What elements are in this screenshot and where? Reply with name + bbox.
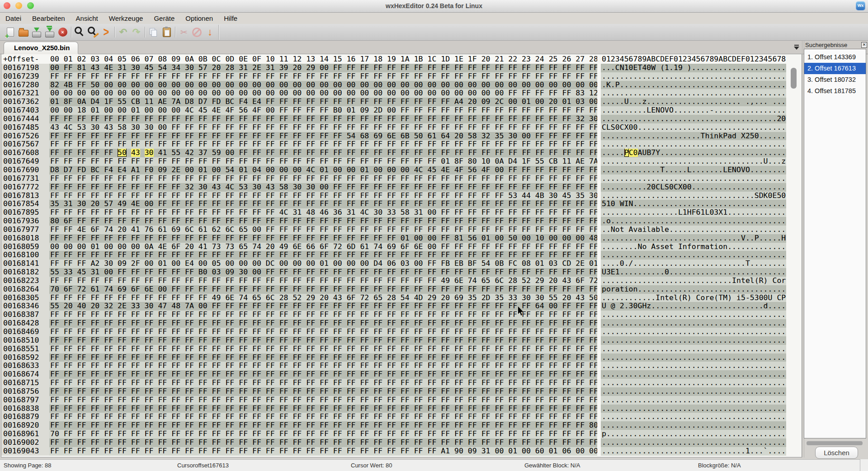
hex-bytes[interactable]: 80 6F FF FF FF FF FF FF FF FF FF FF FF F… <box>49 217 597 226</box>
hex-bytes[interactable]: FF FF FF FF FF FF FF FF FF FF FF FF FF F… <box>49 234 597 243</box>
ascii-text[interactable]: 510 WIN.................................… <box>601 200 786 208</box>
hex-bytes[interactable]: FF FF FF FF FF FF FF FF FF FF FF FF FF F… <box>49 328 597 336</box>
hex-bytes[interactable]: 00 00 18 01 00 00 01 00 00 00 4C 45 4E 4… <box>49 106 597 115</box>
hex-bytes[interactable]: FF FF FF FF FF FF FF FF FF FF FF FF FF F… <box>49 447 597 456</box>
hex-bytes[interactable]: FF FF FF FF FF FF FF FF FF FF FF FF FF F… <box>49 140 597 149</box>
ascii-text[interactable]: .............T.....L.......LENOVO.......… <box>601 166 786 174</box>
hex-bytes[interactable]: FF FF FF FF FF FF FF FF FF FF FF FF FF F… <box>49 405 597 413</box>
hex-bytes[interactable]: FF FF FF FF FF FF FF FF FF FF FF FF FF F… <box>49 362 597 370</box>
ascii-text[interactable]: ........................................… <box>601 345 786 353</box>
ascii-text[interactable]: ........................................… <box>601 72 786 81</box>
ascii-text[interactable]: ...............................V..P.....… <box>601 234 786 243</box>
hex-bytes[interactable]: 00 00 00 01 00 00 00 0A 4E 6F 20 41 73 7… <box>49 243 597 251</box>
hex-bytes[interactable]: FF FF FF FF FF FF FF FF FF FF FF FF FF F… <box>49 353 597 362</box>
hex-bytes[interactable]: 70 FF FF FF FF FF FF FF FF FF FF FF FF F… <box>49 430 597 438</box>
tab-lenovo-x250-bin[interactable]: Lenovo_X250.bin <box>4 42 78 54</box>
hex-bytes[interactable]: 00 FF 81 43 4E 31 30 45 54 34 30 57 20 2… <box>49 64 597 72</box>
ascii-text[interactable]: ........................................… <box>601 370 786 379</box>
ascii-text[interactable]: poration................................… <box>601 285 786 294</box>
open-file-button[interactable] <box>17 25 30 39</box>
hex-bytes[interactable]: FF FF 4E 6F 74 20 41 76 61 69 6C 61 62 6… <box>49 226 597 234</box>
vertical-scrollbar-thumb[interactable] <box>791 68 797 89</box>
ascii-text[interactable]: .....PC0AUB7Y...........................… <box>601 149 786 157</box>
ascii-text[interactable]: ........................................… <box>601 396 786 405</box>
ascii-text[interactable]: ........................................… <box>601 336 786 345</box>
new-file-button[interactable]: + <box>4 25 17 39</box>
ascii-text[interactable]: ........................................… <box>601 387 786 396</box>
search-result-item[interactable]: 4. Offset 181785 <box>804 85 866 97</box>
undo-button[interactable]: ↶ <box>117 25 130 39</box>
hex-bytes[interactable]: 70 6F 72 61 74 69 6F 6E 00 FF FF FF FF F… <box>49 285 597 294</box>
ascii-text[interactable]: .......................................2… <box>601 115 786 123</box>
ascii-text[interactable]: ........................................… <box>601 353 786 362</box>
hex-bytes[interactable]: FF FF FF FF FF FF FF FF FF FF FF FF FF F… <box>49 157 597 166</box>
copy-button[interactable] <box>147 25 160 39</box>
ascii-text[interactable]: ......................ThinkPad X250.....… <box>601 132 786 141</box>
hex-bytes[interactable]: FF FF FF FF FF FF FF FF FF FF FF FF FF F… <box>49 311 597 319</box>
ascii-text[interactable]: ..........20CLS0CX00....................… <box>601 183 786 192</box>
close-panel-icon[interactable]: ✕ <box>861 42 867 48</box>
ascii-text[interactable]: ........................................… <box>601 421 786 430</box>
menu-optionen[interactable]: Optionen <box>180 13 218 24</box>
ascii-text[interactable]: ....0./.........................T.......… <box>601 259 786 268</box>
ascii-text[interactable]: ............Intel(R) Core(TM) i5-5300U C… <box>601 294 786 302</box>
clear-results-button[interactable]: Löschen <box>815 447 858 459</box>
hex-bytes[interactable]: FF FF FF FF FF FF FF FF FF FF FF FF FF F… <box>49 277 597 285</box>
ascii-text[interactable]: U @ 2.30GHz.........................d...… <box>601 302 786 311</box>
hex-bytes[interactable]: FF FF FF FF FF FF FF FF FF FF FF FF FF F… <box>49 396 597 405</box>
ascii-text[interactable]: ........................................… <box>601 405 786 413</box>
hex-bytes[interactable]: 00 00 00 00 00 00 00 00 00 00 00 00 00 0… <box>49 89 597 98</box>
ascii-text[interactable]: ........................................… <box>601 174 786 183</box>
hex-bytes[interactable]: 82 4B FF 50 00 00 00 00 00 00 00 00 00 0… <box>49 81 597 89</box>
ascii-text[interactable]: ..Not Available.........................… <box>601 226 786 234</box>
ascii-text[interactable]: .............................Intel(R) Co… <box>601 277 786 285</box>
hex-bytes[interactable]: 55 20 40 20 32 2E 33 30 47 48 7A 00 FF F… <box>49 302 597 311</box>
ascii-text[interactable]: ........................................… <box>601 328 786 336</box>
ascii-text[interactable]: ........................................… <box>601 379 786 387</box>
cut-button[interactable]: ✂ <box>177 25 190 39</box>
hex-bytes[interactable]: FF FF FF FF FF FF FF FF FF FF FF FF FF F… <box>49 208 597 217</box>
hex-bytes[interactable]: FF FF FF FF FF FF FF FF FF FF FF FF FF F… <box>49 421 597 430</box>
ascii-text[interactable]: ..........LENOVO........-...............… <box>601 106 786 115</box>
search-result-item[interactable]: 1. Offset 143369 <box>804 52 866 63</box>
find-replace-button[interactable] <box>86 25 99 39</box>
hex-bytes[interactable]: FF FF FF FF FF FF FF FF FF FF FF FF FF F… <box>49 72 597 81</box>
hex-bytes[interactable]: FF FF FF FF FF FF FF FF FF FF FF FF FF F… <box>49 336 597 345</box>
menu-geraete[interactable]: Geräte <box>148 13 180 24</box>
hex-bytes[interactable]: 01 8F 0A D4 1F 55 CB 11 AE 7A D8 D7 FD B… <box>49 98 597 106</box>
hex-bytes[interactable]: 55 33 45 31 00 FF FF FF FF FF FF B0 03 0… <box>49 268 597 277</box>
hex-bytes[interactable]: FF FF FF FF FF FF FF FF FF FF FF FF FF F… <box>49 174 597 183</box>
hex-bytes[interactable]: FF FF FF FF FF FF FF FF FF FF 32 30 43 4… <box>49 183 597 192</box>
hex-bytes[interactable]: FF FF FF FF FF FF FF FF FF FF FF FF FF F… <box>49 379 597 387</box>
ascii-text[interactable]: p.......................................… <box>601 430 786 438</box>
hex-bytes[interactable]: FF FF FF FF FF FF FF FF FF FF FF FF FF F… <box>49 192 597 200</box>
hex-bytes[interactable]: FF FF FF FF FF FF FF FF FF FF FF FF FF F… <box>49 438 597 447</box>
hex-bytes[interactable]: FF FF FF FF FF FF FF FF FF FF FF FF 49 6… <box>49 294 597 302</box>
horizontal-scrollbar-thumb[interactable] <box>807 441 863 445</box>
ascii-text[interactable]: .K.P....................................… <box>601 81 786 89</box>
menu-werkzeuge[interactable]: Werkzeuge <box>104 13 149 24</box>
hex-bytes[interactable]: FF FF FF A2 30 09 2F 00 01 00 E4 00 05 0… <box>49 259 597 268</box>
goto-offset-button[interactable]: > <box>99 25 113 39</box>
ascii-text[interactable]: ................................1...`...… <box>601 447 786 456</box>
ascii-text[interactable]: ........................................… <box>601 251 786 259</box>
ascii-text[interactable]: ........................................… <box>601 413 786 421</box>
ascii-text[interactable]: ....................................U...… <box>601 157 786 166</box>
menu-datei[interactable]: Datei <box>0 13 27 24</box>
find-button[interactable] <box>73 25 86 39</box>
close-file-button[interactable]: × <box>56 25 69 39</box>
jump-down-button[interactable]: ↓ <box>203 25 217 39</box>
ascii-text[interactable]: ........................................… <box>601 311 786 319</box>
hex-bytes[interactable]: FF FF FF FF FF FF FF FF FF FF FF FF FF F… <box>49 319 597 328</box>
hex-bytes[interactable]: 43 4C 53 30 43 58 30 30 00 FF FF FF FF F… <box>49 123 597 132</box>
ascii-text[interactable]: U3E1..........0.........................… <box>601 268 786 277</box>
abort-button[interactable] <box>190 25 203 39</box>
hex-bytes[interactable]: D8 D7 FD BC F4 E4 A1 F0 09 2E 00 01 00 5… <box>49 166 597 174</box>
ascii-text[interactable]: CLS0CX00................................… <box>601 123 786 132</box>
hex-bytes[interactable]: FF FF FF FF FF FF FF FF FF FF FF FF FF F… <box>49 370 597 379</box>
ascii-text[interactable]: .....U...z..................... .,... ..… <box>601 98 786 106</box>
menu-hilfe[interactable]: Hilfe <box>218 13 243 24</box>
search-result-item[interactable]: 2. Offset 167613 <box>804 63 866 74</box>
menu-bearbeiten[interactable]: Bearbeiten <box>27 13 71 24</box>
ascii-text[interactable]: ........................................… <box>601 89 786 98</box>
